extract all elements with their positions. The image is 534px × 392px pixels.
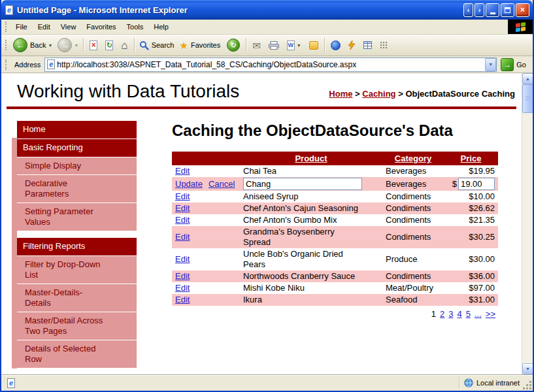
scroll-down-button[interactable]: ▼ <box>522 363 533 374</box>
pager-ellipsis[interactable]: ... <box>475 309 482 319</box>
column-header-price: Price <box>444 152 498 165</box>
address-field[interactable]: e ▼ <box>44 57 497 72</box>
back-dropdown-icon[interactable]: ▼ <box>48 43 52 48</box>
mail-button[interactable]: ✉ <box>248 41 265 50</box>
table-row: EditChef Anton's Cajun SeasoningCondimen… <box>172 203 498 214</box>
category-cell: Condiments <box>382 226 444 248</box>
resize-grip[interactable] <box>523 381 531 389</box>
edit-link[interactable]: Edit <box>175 215 190 225</box>
close-button[interactable]: × <box>516 3 529 17</box>
address-input[interactable] <box>55 59 485 71</box>
title-bar[interactable]: e Untitled Page - Microsoft Internet Exp… <box>1 0 533 20</box>
pager-page-4[interactable]: 4 <box>458 309 462 319</box>
discuss-button[interactable] <box>305 41 322 50</box>
breadcrumb-separator: > <box>352 89 362 99</box>
menu-tools[interactable]: Tools <box>122 20 149 33</box>
vertical-scrollbar[interactable]: ▲ ▼ <box>522 73 533 374</box>
edit-link[interactable]: Edit <box>175 166 190 176</box>
menu-favorites[interactable]: Favorites <box>81 20 121 33</box>
sidebar-item-details-of-selected-row[interactable]: Details of Selected Row <box>17 340 137 368</box>
price-cell: $19.95 <box>444 165 498 177</box>
back-button[interactable]: ← Back ▼ <box>10 38 55 52</box>
breadcrumb-caching[interactable]: Caching <box>362 89 395 99</box>
pager-page-3[interactable]: 3 <box>448 309 453 319</box>
products-grid: ProductCategoryPrice EditChai TeaBeverag… <box>172 152 498 321</box>
unit-price-input[interactable] <box>458 178 495 190</box>
address-dropdown-button[interactable]: ▼ <box>485 58 496 71</box>
stop-button[interactable]: × <box>86 41 101 50</box>
table-row: EditAniseed SyrupCondiments$10.00 <box>172 191 498 203</box>
price-cell: $31.00 <box>444 294 498 306</box>
sidebar-item-filter-by-drop-down-list[interactable]: Filter by Drop-Down List <box>17 256 137 284</box>
sort-link-category[interactable]: Category <box>395 154 431 163</box>
menu-bar: FileEditViewFavoritesToolsHelp <box>1 20 533 35</box>
browser-window: e Untitled Page - Microsoft Internet Exp… <box>0 0 534 392</box>
product-name: Aniseed Syrup <box>243 191 299 201</box>
category-cell: Condiments <box>382 191 444 203</box>
menu-grip[interactable] <box>5 22 8 32</box>
go-button[interactable]: → Go <box>501 58 526 71</box>
table-row: EditUncle Bob's Organic Dried PearsProdu… <box>172 248 498 270</box>
edit-button[interactable]: W ▼ <box>283 41 305 50</box>
toolbar-separator <box>324 38 325 53</box>
edit-link[interactable]: Edit <box>175 203 190 213</box>
sidebar-section-home[interactable]: Home <box>17 121 137 139</box>
sort-link-price[interactable]: Price <box>461 154 482 163</box>
minimize-button[interactable] <box>486 3 499 17</box>
scroll-thumb[interactable] <box>522 84 533 113</box>
status-message-area <box>18 377 459 389</box>
update-link[interactable]: Update <box>175 179 203 189</box>
product-cell: Chef Anton's Cajun Seasoning <box>240 203 382 214</box>
breadcrumb-home[interactable]: Home <box>329 89 352 99</box>
pager-page-2[interactable]: 2 <box>440 309 444 319</box>
edit-link[interactable]: Edit <box>175 283 190 293</box>
messenger-button[interactable] <box>327 41 344 50</box>
home-button[interactable]: ⌂ <box>117 40 131 51</box>
grid-header-row: ProductCategoryPrice <box>172 152 498 165</box>
sidebar-item-master-details-details[interactable]: Master-Details- Details <box>17 284 137 312</box>
refresh-button[interactable]: ↻ <box>101 41 117 50</box>
edit-link[interactable]: Edit <box>175 271 190 281</box>
favorites-label: Favorites <box>191 41 220 49</box>
maximize-button[interactable] <box>501 3 514 17</box>
address-grip[interactable] <box>5 59 8 70</box>
menu-edit[interactable]: Edit <box>33 20 56 33</box>
sidebar-item-simple-display[interactable]: Simple Display <box>17 157 137 174</box>
print-button[interactable] <box>265 41 283 50</box>
discuss-icon <box>309 41 318 50</box>
menu-view[interactable]: View <box>56 20 82 33</box>
sidebar-item-declarative-parameters[interactable]: Declarative Parameters <box>17 175 137 203</box>
forward-button[interactable]: → ▼ <box>55 38 81 52</box>
sort-link-product[interactable]: Product <box>295 154 327 163</box>
action-cell: Edit <box>172 226 240 248</box>
cancel-link[interactable]: Cancel <box>209 179 235 189</box>
table-row: EditChai TeaBeverages$19.95 <box>172 165 498 177</box>
edit-link[interactable]: Edit <box>175 295 190 304</box>
history-button[interactable]: ↻ <box>223 39 244 52</box>
edit-link[interactable]: Edit <box>175 191 190 201</box>
window-next-button[interactable]: › <box>475 3 484 17</box>
toolbar-grip[interactable] <box>5 40 8 50</box>
product-name-input[interactable] <box>243 178 362 190</box>
table-row: UpdateCancelBeverages$ <box>172 177 498 191</box>
edit-link[interactable]: Edit <box>175 254 190 264</box>
forward-dropdown-icon[interactable]: ▼ <box>74 43 78 48</box>
edit-dropdown-icon[interactable]: ▼ <box>297 43 301 48</box>
addon-button-2[interactable] <box>359 41 376 49</box>
window-prev-button[interactable]: ‹ <box>463 3 473 17</box>
favorites-button[interactable]: ★ Favorites <box>176 41 223 50</box>
search-button[interactable]: Search <box>137 41 177 50</box>
scroll-up-button[interactable]: ▲ <box>522 73 533 84</box>
pager-page-5[interactable]: 5 <box>466 309 471 319</box>
addon-button-1[interactable] <box>344 41 359 50</box>
menu-file[interactable]: File <box>10 20 33 33</box>
standard-toolbar: ← Back ▼ → ▼ × ↻ ⌂ Search ★ Favorites ↻ <box>1 35 533 56</box>
sidebar-item-master-detail-across-two-pages[interactable]: Master/Detail Across Two Pages <box>17 312 137 340</box>
addon-button-3[interactable] <box>376 41 392 49</box>
pager-next[interactable]: >> <box>486 309 495 319</box>
site-header: Working with Data Tutorials Home > Cachi… <box>1 73 522 102</box>
category-cell: Produce <box>382 248 444 270</box>
sidebar-item-setting-parameter-values[interactable]: Setting Parameter Values <box>17 203 137 231</box>
edit-link[interactable]: Edit <box>175 232 190 242</box>
menu-help[interactable]: Help <box>148 20 174 33</box>
